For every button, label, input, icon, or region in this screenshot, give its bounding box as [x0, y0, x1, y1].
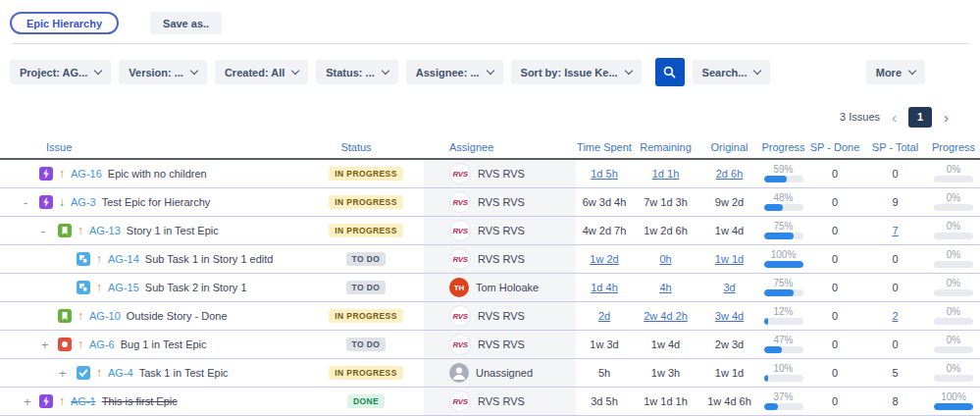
issue-key-link[interactable]: AG-6 [89, 338, 115, 350]
time-progress-bar-fill [764, 318, 769, 325]
priority-up-icon: ↑ [59, 395, 65, 407]
filter-assignee[interactable]: Assignee: ... [406, 60, 503, 84]
sp-total-value: 0 [892, 168, 898, 180]
avatar: RVS [449, 305, 471, 327]
time-spent-link[interactable]: 1w 2d [590, 253, 618, 265]
chevron-down-icon [94, 67, 102, 75]
issue-key-link[interactable]: AG-10 [89, 310, 121, 322]
issue-row: +↑AG-4Task 1 in Test EpicIN PROGRESSUnas… [0, 359, 980, 388]
issue-key-link[interactable]: AG-1 [71, 395, 96, 407]
sp-progress-bar [934, 375, 973, 382]
table-header-row: IssueStatusAssigneeTime SpentRemainingOr… [0, 135, 980, 160]
priority-up-icon: ↑ [96, 367, 102, 379]
time-remaining-link[interactable]: 1d 1h [652, 168, 680, 180]
sp-done-cell: 0 [806, 388, 863, 415]
assignee-cell: RVSRVS RVS [424, 331, 576, 358]
filter-chip-group: Project: AG...Version: ...Created: AllSt… [10, 60, 642, 84]
time-original-cell: 1w 4d [698, 217, 760, 244]
time-remaining-link[interactable]: 0h [659, 253, 671, 265]
avatar: RVS [449, 220, 471, 241]
time-remaining-link[interactable]: 4h [659, 282, 671, 293]
story-icon [58, 309, 72, 323]
time-original-link[interactable]: 2d 6h [716, 168, 744, 180]
issue-inner: ↑AG-6Bug 1 in Test Epic [0, 338, 207, 351]
time-original-value: 1w 4d 6h [707, 395, 751, 407]
column-header-sp-done: SP - Done [806, 141, 863, 153]
expand-toggle[interactable]: + [41, 338, 49, 351]
time-spent-link[interactable]: 1d 5h [591, 168, 618, 180]
status-badge: TO DO [346, 281, 387, 295]
status-badge: IN PROGRESS [329, 224, 402, 238]
issue-cell: +↑AG-6Bug 1 in Test Epic [0, 331, 308, 358]
sp-total-cell: 0 [863, 245, 927, 273]
sp-total-value: 9 [892, 196, 898, 208]
expand-toggle[interactable]: + [24, 395, 31, 408]
avatar: RVS [449, 163, 471, 184]
filter-version[interactable]: Version: ... [119, 60, 207, 84]
time-original-link[interactable]: 3d [723, 282, 735, 293]
prev-page-icon[interactable]: ‹ [890, 110, 899, 125]
epic-hierarchy-view-button[interactable]: Epic Hierarchy [10, 12, 119, 34]
time-remaining-cell: 1w 1d 1h [633, 388, 698, 415]
next-page-icon[interactable]: › [942, 110, 951, 125]
priority-up-icon: ↑ [77, 225, 83, 236]
search-dropdown[interactable]: Search... [693, 60, 771, 84]
time-spent-link[interactable]: 2d [598, 310, 610, 322]
filter-created[interactable]: Created: All [215, 60, 308, 84]
time-progress-bar-fill [764, 289, 794, 296]
time-spent-value: 6w 3d 4h [583, 196, 627, 208]
issue-key-link[interactable]: AG-15 [108, 282, 139, 293]
more-button[interactable]: More [866, 60, 925, 84]
filter-project[interactable]: Project: AG... [10, 60, 111, 84]
column-header-status: Status [298, 141, 414, 153]
time-original-value: 1w 4d [715, 225, 744, 236]
sp-progress-cell: 0% [927, 331, 980, 358]
time-original-link[interactable]: 1w 1d [715, 253, 744, 265]
sp-progress-label: 100% [941, 392, 966, 402]
issue-cell: -↓AG-3Test Epic for Hierarchy [0, 188, 308, 216]
expand-toggle[interactable]: + [59, 367, 67, 380]
issue-count-label: 3 Issues [840, 111, 880, 123]
chevron-down-icon [190, 67, 198, 75]
priority-up-icon: ↑ [77, 310, 83, 322]
status-cell: IN PROGRESS [308, 359, 424, 387]
issue-table-body: ↑AG-16Epic with no childrenIN PROGRESSRV… [0, 160, 980, 416]
issue-key-link[interactable]: AG-4 [108, 367, 133, 379]
sp-progress-cell: 0% [927, 245, 980, 273]
collapse-toggle[interactable]: - [24, 196, 27, 209]
sp-progress-cell: 0% [927, 188, 980, 216]
filter-sort-by[interactable]: Sort by: Issue Ke... [511, 60, 642, 84]
chevron-down-icon [291, 67, 299, 75]
current-page-button[interactable]: 1 [908, 107, 932, 128]
sp-progress-cell: 0% [927, 160, 980, 187]
issue-key-link[interactable]: AG-13 [89, 225, 121, 236]
top-toolbar: Epic Hierarchy Save as.. [0, 0, 980, 34]
issue-key-link[interactable]: AG-16 [71, 168, 102, 180]
time-spent-link[interactable]: 1d 4h [591, 282, 618, 293]
sp-total-link[interactable]: 2 [892, 310, 898, 322]
issue-key-link[interactable]: AG-14 [108, 253, 139, 265]
status-badge: DONE [347, 394, 385, 409]
filter-status[interactable]: Status: ... [316, 60, 398, 84]
sp-done-cell: 0 [806, 188, 863, 216]
avatar: RVS [449, 248, 471, 270]
assignee-name: RVS RVS [478, 395, 525, 407]
save-as-button[interactable]: Save as.. [150, 12, 222, 34]
search-button[interactable] [655, 58, 685, 86]
sp-total-value: 0 [892, 338, 898, 350]
chevron-down-icon [908, 67, 916, 75]
time-spent-cell: 6w 3d 4h [576, 188, 633, 216]
time-progress-bar [764, 233, 803, 239]
sp-done-value: 0 [832, 253, 838, 265]
time-spent-value: 3d 5h [591, 395, 618, 407]
time-original-link[interactable]: 3w 4d [715, 310, 744, 322]
time-remaining-link[interactable]: 2w 4d 2h [644, 310, 688, 322]
issue-key-link[interactable]: AG-3 [71, 196, 96, 208]
sp-total-link[interactable]: 7 [892, 225, 898, 236]
assignee-cell: THTom Holoake [424, 274, 576, 301]
time-original-value: 1w 1d [715, 367, 744, 379]
issue-inner: ↑AG-13Story 1 in Test Epic [0, 224, 219, 237]
time-original-cell: 2w 3d [698, 331, 760, 358]
collapse-toggle[interactable]: - [41, 225, 45, 237]
time-progress-bar-fill [764, 346, 783, 353]
